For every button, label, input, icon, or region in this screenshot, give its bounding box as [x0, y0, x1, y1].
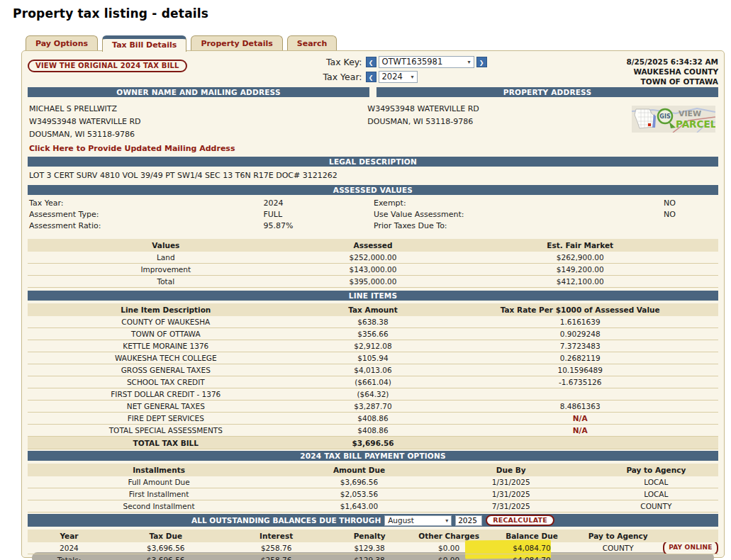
- table-row: FIRST DOLLAR CREDIT - 1376($64.32): [28, 388, 718, 401]
- table-row: TOWN OF OTTAWA$356.660.9029248: [28, 328, 718, 340]
- legal-section-header: LEGAL DESCRIPTION: [28, 157, 718, 167]
- balance-year: 2024: [28, 542, 111, 554]
- tax-year-label: Tax Year:: [323, 72, 362, 82]
- value-name: Improvement: [28, 264, 304, 275]
- tax-year-controls: ❮ 2024 ▾: [366, 71, 487, 83]
- update-mailing-address-link[interactable]: Click Here to Provide Updated Mailing Ad…: [29, 142, 235, 155]
- exempt-label: Exempt:: [374, 198, 664, 209]
- table-row: KETTLE MORAINE 1376$2,912.087.3723483: [28, 340, 718, 352]
- due-by: 1/31/2025: [428, 488, 594, 500]
- line-item-desc: SCHOOL TAX CREDIT: [28, 376, 304, 388]
- table-row: 2024 $3,696.56 $258.76 $129.38 $0.00 $4,…: [28, 542, 718, 554]
- line-item-desc: TOTAL SPECIAL ASSESSMENTS: [28, 425, 304, 436]
- tax-key-select[interactable]: OTWT1635981 ▾: [379, 56, 474, 68]
- tax-amount: $356.66: [304, 328, 442, 340]
- line-items-section-header: LINE ITEMS: [28, 291, 718, 301]
- total-tax-bill-row: TOTAL TAX BILL $3,696.56: [28, 437, 718, 449]
- pay-to-agency-header: Pay to Agency: [594, 464, 718, 476]
- totals-label: Totals:: [28, 554, 111, 560]
- installment-name: First Installment: [28, 488, 290, 500]
- line-item-desc: COUNTY OF WAUKESHA: [28, 316, 304, 327]
- gis-view-parcel-button[interactable]: GIS VIEW PARCEL: [632, 106, 715, 133]
- tax-year-select[interactable]: 2024 ▾: [379, 71, 418, 83]
- fair-market-amount: $262,900.00: [442, 252, 718, 263]
- tax-key-prev-button[interactable]: ❮: [366, 57, 376, 67]
- tax-rate: 1.6161639: [442, 316, 718, 327]
- tax-year-info-value: 2024: [263, 198, 374, 209]
- pay-to-agency: LOCAL: [594, 488, 718, 500]
- installments-header: Installments: [28, 464, 290, 476]
- interest: $258.76: [221, 542, 332, 554]
- installment-name: Second Installment: [28, 500, 290, 512]
- totals-agency-spacer: [573, 554, 663, 560]
- table-row: WAUKESHA TECH COLLEGE$105.940.2682119: [28, 352, 718, 364]
- tax-rate: 0.9029248: [442, 328, 718, 340]
- table-row: Improvement $143,000.00 $149,200.00: [28, 264, 718, 276]
- assessment-type-value: FULL: [263, 209, 374, 220]
- line-items-table-header: Line Item Description Tax Amount Tax Rat…: [28, 303, 718, 316]
- total-tax-bill-spacer: [442, 437, 718, 449]
- owner-address-line2: DOUSMAN, WI 53118-9786: [29, 128, 366, 141]
- amount-due: $2,053.56: [290, 488, 428, 500]
- assessment-info-left: Tax Year:2024 Assessment Type:FULL Asses…: [29, 198, 374, 232]
- pay-to-agency-header: Pay to Agency: [573, 530, 663, 542]
- values-table-header: Values Assessed Est. Fair Market: [28, 239, 718, 252]
- outstanding-table: Year Tax Due Interest Penalty Other Char…: [28, 530, 718, 560]
- totals-actions-spacer: [663, 554, 718, 560]
- tax-rate: N/A: [442, 413, 718, 424]
- parcel-label: PARCEL: [676, 118, 715, 130]
- other-charges: $0.00: [408, 542, 491, 554]
- municipality-name: TOWN OF OTTAWA: [576, 77, 718, 86]
- tax-amount: ($661.04): [304, 376, 442, 388]
- gis-label: GIS: [659, 113, 671, 120]
- tab-search[interactable]: Search: [287, 35, 337, 50]
- tax-rate: 0.2682119: [442, 352, 718, 364]
- installments-table-header: Installments Amount Due Due By Pay to Ag…: [28, 464, 718, 476]
- outstanding-table-header: Year Tax Due Interest Penalty Other Char…: [28, 530, 718, 542]
- owner-address-block: MICHAEL S PRELLWITZ W349S3948 WATERVILLE…: [28, 99, 366, 155]
- assessment-info-right: Exempt:NO Use Value Assessment:NO Prior …: [374, 198, 718, 232]
- line-item-desc: FIRE DEPT SERVICES: [28, 413, 304, 424]
- tax-rate: 7.3723483: [442, 340, 718, 352]
- tax-rate: N/A: [442, 425, 718, 436]
- owner-address-line1: W349S3948 WATERVILLE RD: [29, 116, 366, 128]
- month-select[interactable]: August ▾: [384, 515, 452, 526]
- assessment-ratio-label: Assessment Ratio:: [29, 220, 263, 232]
- tab-property-details[interactable]: Property Details: [191, 35, 282, 50]
- view-original-bill-button[interactable]: VIEW THE ORIGINAL 2024 TAX BILL: [28, 60, 187, 72]
- tax-due-header: Tax Due: [111, 530, 221, 542]
- tax-amount: $2,912.08: [304, 340, 442, 352]
- table-row: Second Installment$1,643.007/31/2025COUN…: [28, 500, 718, 513]
- fair-market-amount: $412,100.00: [442, 276, 718, 287]
- tax-key-year-controls: Tax Key: ❮ OTWT1635981 ▾ ❯ Tax Year: ❮ 2…: [323, 55, 486, 84]
- assessed-col-header: Assessed: [304, 239, 442, 252]
- table-row: Land $252,000.00 $262,900.00: [28, 252, 718, 264]
- view-label: VIEW: [679, 109, 701, 118]
- assessed-amount: $143,000.00: [304, 264, 442, 275]
- assessed-amount: $252,000.00: [304, 252, 442, 263]
- pay-to-agency: COUNTY: [594, 500, 718, 512]
- year-input[interactable]: [455, 515, 482, 526]
- amount-due: $3,696.56: [290, 476, 428, 488]
- tax-key-value: OTWT1635981: [382, 57, 443, 67]
- tab-pay-options[interactable]: Pay Options: [26, 35, 98, 50]
- tab-tax-bill-details[interactable]: Tax Bill Details: [102, 35, 186, 52]
- tax-key-next-button[interactable]: ❯: [476, 57, 487, 67]
- line-item-desc-header: Line Item Description: [28, 303, 304, 316]
- table-row: GROSS GENERAL TAXES$4,013.0610.1596489: [28, 364, 718, 376]
- recalculate-button[interactable]: RECALCULATE: [486, 515, 554, 526]
- assessment-type-label: Assessment Type:: [29, 209, 263, 220]
- actions-header: [663, 530, 718, 542]
- timestamp: 8/25/2025 6:34:32 AM: [576, 57, 718, 67]
- tax-amount: ($64.32): [304, 388, 442, 400]
- tax-year-prev-button[interactable]: ❮: [366, 72, 376, 82]
- address-zone: MICHAEL S PRELLWITZ W349S3948 WATERVILLE…: [28, 99, 718, 155]
- toolbar-left: VIEW THE ORIGINAL 2024 TAX BILL: [28, 55, 233, 86]
- tax-rate: 10.1596489: [442, 364, 718, 376]
- penalty: $129.38: [332, 542, 408, 554]
- table-row: FIRE DEPT SERVICES$408.86N/A: [28, 413, 718, 425]
- tax-key-controls: ❮ OTWT1635981 ▾ ❯: [366, 56, 487, 68]
- address-header-bars: OWNER NAME AND MAILING ADDRESS PROPERTY …: [28, 87, 718, 97]
- property-section-header: PROPERTY ADDRESS: [376, 87, 718, 97]
- pay-online-button[interactable]: PAY ONLINE: [663, 542, 718, 554]
